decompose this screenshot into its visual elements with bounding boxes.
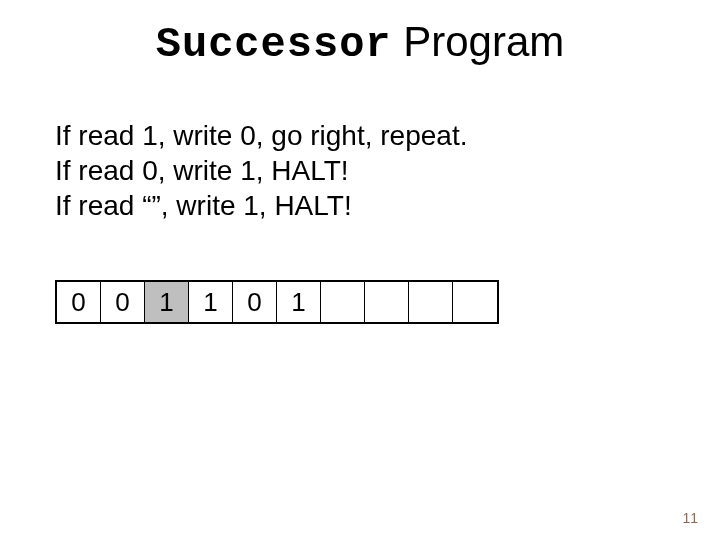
slide: Successor Program If read 1, write 0, go… <box>0 0 720 540</box>
tape-cell <box>409 282 453 322</box>
tape-cell: 1 <box>277 282 321 322</box>
tape-cell <box>365 282 409 322</box>
title-word-plain: Program <box>392 18 565 65</box>
tape-cell: 0 <box>57 282 101 322</box>
tape-cell: 0 <box>233 282 277 322</box>
program-rules: If read 1, write 0, go right, repeat. If… <box>55 118 467 223</box>
tape-cell <box>321 282 365 322</box>
tape-cell: 0 <box>101 282 145 322</box>
tape-cell <box>453 282 497 322</box>
turing-tape: 001101 <box>55 280 499 324</box>
title-word-mono: Successor <box>156 21 392 69</box>
tape-cell: 1 <box>145 282 189 322</box>
rule-line-2: If read 0, write 1, HALT! <box>55 153 467 188</box>
rule-line-1: If read 1, write 0, go right, repeat. <box>55 118 467 153</box>
tape-cell: 1 <box>189 282 233 322</box>
rule-line-3: If read “”, write 1, HALT! <box>55 188 467 223</box>
slide-title: Successor Program <box>0 18 720 69</box>
page-number: 11 <box>682 510 698 526</box>
